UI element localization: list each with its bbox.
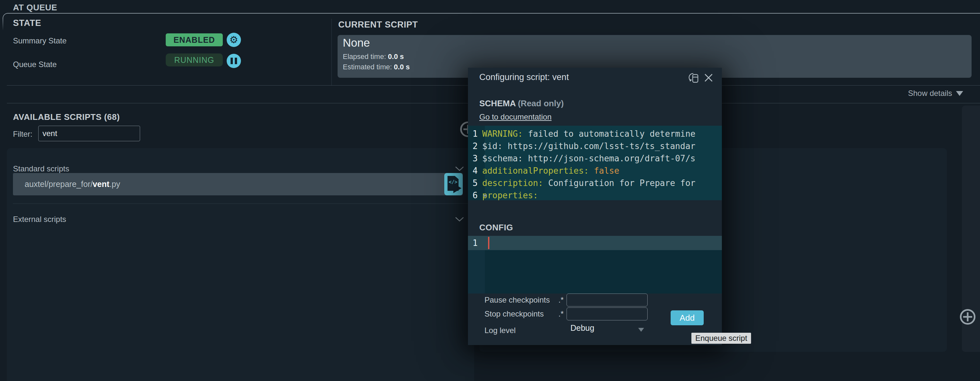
panel-outline-corner bbox=[3, 13, 10, 34]
config-line-number: 1 bbox=[468, 236, 482, 250]
queue-state-badge: RUNNING bbox=[166, 54, 223, 67]
script-row-vent[interactable]: auxtel/prepare_for/vent.py </> bbox=[13, 173, 463, 195]
summary-state-label: Summary State bbox=[13, 36, 67, 45]
available-scripts-heading: AVAILABLE SCRIPTS (68) bbox=[13, 112, 120, 122]
show-details-button[interactable]: Show details bbox=[908, 89, 963, 98]
schema-line: 2$id: https://github.com/lsst-ts/ts_stan… bbox=[468, 140, 722, 152]
current-script-name: None bbox=[343, 36, 370, 49]
stop-checkpoints-input[interactable] bbox=[566, 308, 648, 321]
script-path: auxtel/prepare_for/vent.py bbox=[25, 173, 120, 195]
state-heading: STATE bbox=[13, 18, 41, 28]
enqueue-script-tooltip: Enqueue script bbox=[691, 333, 751, 344]
log-level-select[interactable]: Debug bbox=[566, 323, 649, 336]
scripts-group-divider bbox=[13, 203, 468, 204]
config-editor[interactable]: 1 bbox=[468, 236, 722, 294]
launch-script-button[interactable]: </> bbox=[444, 173, 463, 195]
schema-line: 1WARNING: failed to automatically determ… bbox=[468, 128, 722, 140]
pause-queue-button[interactable] bbox=[227, 54, 241, 68]
configure-script-modal: Configuring script: vent SCHEMA (Read on… bbox=[468, 68, 722, 345]
chevron-down-icon bbox=[455, 165, 465, 171]
external-scripts-header[interactable]: External scripts bbox=[7, 207, 474, 225]
stop-checkpoints-label: Stop checkpoints bbox=[485, 310, 544, 319]
copy-config-button[interactable] bbox=[688, 72, 700, 84]
schema-readonly-label: (Read only) bbox=[518, 98, 564, 108]
state-current-divider bbox=[331, 19, 332, 85]
filter-label: Filter: bbox=[13, 130, 32, 139]
filter-input[interactable] bbox=[38, 126, 140, 141]
panel-outline-top bbox=[8, 13, 980, 14]
modal-title: Configuring script: vent bbox=[479, 72, 569, 82]
chevron-down-icon bbox=[956, 91, 963, 96]
schema-line: 5description: Configuration for Prepare … bbox=[468, 177, 722, 189]
pause-checkpoints-input[interactable] bbox=[566, 294, 648, 306]
estimated-time-row: Estimated time:0.0 s bbox=[343, 63, 410, 71]
pause-checkpoints-pattern: .* bbox=[558, 295, 563, 305]
schema-line: 3$schema: http://json-schema.org/draft-0… bbox=[468, 152, 722, 165]
standard-scripts-label: Standard scripts bbox=[13, 164, 69, 173]
available-scripts-panel: Standard scripts auxtel/prepare_for/vent… bbox=[7, 148, 474, 381]
chevron-down-icon bbox=[455, 216, 465, 222]
schema-line: 4additionalProperties: false bbox=[468, 165, 722, 177]
schema-editor[interactable]: 1WARNING: failed to automatically determ… bbox=[468, 126, 722, 200]
text-caret bbox=[488, 237, 489, 249]
log-level-value: Debug bbox=[570, 323, 594, 333]
copy-icon bbox=[688, 72, 700, 84]
schema-line: 6properties: bbox=[468, 189, 722, 200]
close-icon bbox=[703, 72, 714, 84]
pause-checkpoints-label: Pause checkpoints bbox=[485, 295, 550, 305]
elapsed-time-value: 0.0 s bbox=[388, 52, 404, 60]
dropdown-caret-icon bbox=[638, 328, 644, 332]
queue-state-label: Queue State bbox=[13, 60, 57, 69]
estimated-time-value: 0.0 s bbox=[394, 63, 410, 71]
active-line bbox=[468, 236, 722, 250]
add-button[interactable]: Add bbox=[671, 310, 704, 325]
summary-state-config-button[interactable]: ⚙ bbox=[227, 33, 241, 47]
schema-heading: SCHEMA (Read only) bbox=[479, 98, 564, 108]
close-modal-button[interactable] bbox=[703, 72, 714, 84]
page-title: AT QUEUE bbox=[13, 3, 57, 13]
external-scripts-label: External scripts bbox=[13, 215, 66, 224]
standard-scripts-header[interactable]: Standard scripts bbox=[7, 157, 474, 175]
summary-state-badge: ENABLED bbox=[166, 33, 223, 46]
stop-checkpoints-pattern: .* bbox=[558, 310, 563, 319]
at-queue-view: AT QUEUE STATE Summary State ENABLED ⚙ Q… bbox=[0, 0, 980, 381]
play-icon bbox=[453, 183, 461, 193]
gear-icon: ⚙ bbox=[230, 35, 239, 45]
fold-marker-icon[interactable] bbox=[483, 195, 487, 197]
expand-handle-icon[interactable] bbox=[960, 309, 975, 325]
documentation-link[interactable]: Go to documentation bbox=[479, 113, 552, 122]
config-heading: CONFIG bbox=[479, 222, 513, 233]
elapsed-time-row: Elapsed time:0.0 s bbox=[343, 52, 404, 61]
current-script-heading: CURRENT SCRIPT bbox=[338, 20, 418, 30]
log-level-label: Log level bbox=[485, 326, 515, 335]
pause-icon bbox=[231, 58, 237, 64]
